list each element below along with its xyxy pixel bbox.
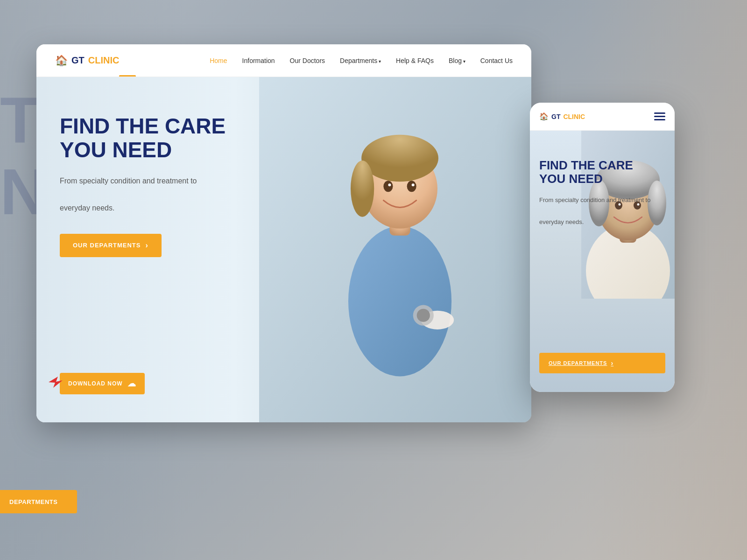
cloud-icon: ☁ <box>127 378 136 389</box>
nav-item-doctors[interactable]: Our Doctors <box>290 56 325 65</box>
arrow-indicator <box>49 377 63 391</box>
svg-point-4 <box>361 135 438 182</box>
mobile-hero: FIND THE CARE YOU NEED From specialty co… <box>530 131 675 392</box>
nav-item-information[interactable]: Information <box>242 56 275 65</box>
mobile-hero-content: FIND THE CARE YOU NEED From specialty co… <box>539 159 661 240</box>
logo-brand: GT <box>71 55 85 66</box>
desktop-hero-content: FIND THE CARE YOU NEED From specialty co… <box>60 114 256 257</box>
svg-point-12 <box>417 309 430 322</box>
svg-point-5 <box>351 161 374 217</box>
mobile-departments-label: OUR DEPARTMENTS <box>549 360 607 366</box>
bg-bottom-text: DEPARTMENTS <box>9 498 57 505</box>
bg-bottom-button: DEPARTMENTS <box>0 490 77 513</box>
nav-link-departments[interactable]: Departments <box>340 57 381 64</box>
svg-point-7 <box>407 181 416 192</box>
hamburger-line-3 <box>654 119 665 120</box>
nav-link-information[interactable]: Information <box>242 57 275 64</box>
desktop-mockup: 🏠 GT CLINIC Home Information Our Doctors… <box>36 44 531 422</box>
home-icon: 🏠 <box>55 55 68 67</box>
hero-photo <box>259 77 531 422</box>
nav-active-indicator <box>119 75 136 77</box>
desktop-hero-title: FIND THE CARE YOU NEED <box>60 114 256 161</box>
mobile-hero-title: FIND THE CARE YOU NEED <box>539 159 661 185</box>
nav-item-home[interactable]: Home <box>210 56 227 65</box>
svg-point-1 <box>348 226 451 377</box>
nav-item-departments[interactable]: Departments <box>340 56 381 65</box>
nav-links: Home Information Our Doctors Departments… <box>210 56 513 65</box>
mobile-logo: 🏠 GT CLINIC <box>539 112 585 121</box>
download-button[interactable]: DOWNLOAD NOW ☁ <box>60 373 145 394</box>
mobile-arrow-icon: › <box>611 359 613 367</box>
hamburger-menu[interactable] <box>654 112 665 120</box>
departments-button[interactable]: OUR DEPARTMENTS › <box>60 234 162 257</box>
mobile-logo-name: CLINIC <box>563 113 585 120</box>
mobile-logo-brand: GT <box>551 113 560 120</box>
nav-item-contact[interactable]: Contact Us <box>480 56 513 65</box>
mobile-nav: 🏠 GT CLINIC <box>530 103 675 131</box>
nav-link-home[interactable]: Home <box>210 57 227 64</box>
departments-button-label: OUR DEPARTMENTS <box>73 242 141 249</box>
svg-marker-13 <box>49 377 63 388</box>
desktop-logo: 🏠 GT CLINIC <box>55 55 119 67</box>
desktop-hero-subtitle: From specialty condition and treatment t… <box>60 175 256 215</box>
nav-item-blog[interactable]: Blog <box>449 56 465 65</box>
nav-item-helpfaq[interactable]: Help & FAQs <box>396 56 434 65</box>
nav-link-helpfaq[interactable]: Help & FAQs <box>396 57 434 64</box>
desktop-hero: FIND THE CARE YOU NEED From specialty co… <box>36 77 531 422</box>
hamburger-line-2 <box>654 116 665 117</box>
arrow-right-icon: › <box>145 241 148 250</box>
nav-link-contact[interactable]: Contact Us <box>480 57 513 64</box>
mobile-home-icon: 🏠 <box>539 112 549 121</box>
svg-point-9 <box>412 183 415 186</box>
nav-link-blog[interactable]: Blog <box>449 57 465 64</box>
mobile-hero-subtitle: From specialty condition and treatment t… <box>539 195 661 227</box>
download-label: DOWNLOAD NOW <box>68 380 123 387</box>
desktop-nav: 🏠 GT CLINIC Home Information Our Doctors… <box>36 44 531 77</box>
hamburger-line-1 <box>654 112 665 114</box>
nav-link-doctors[interactable]: Our Doctors <box>290 57 325 64</box>
mobile-mockup: 🏠 GT CLINIC <box>530 103 675 392</box>
svg-point-6 <box>383 181 393 192</box>
svg-point-8 <box>388 183 391 186</box>
mobile-departments-button[interactable]: OUR DEPARTMENTS › <box>539 353 665 373</box>
logo-name: CLINIC <box>88 55 120 66</box>
